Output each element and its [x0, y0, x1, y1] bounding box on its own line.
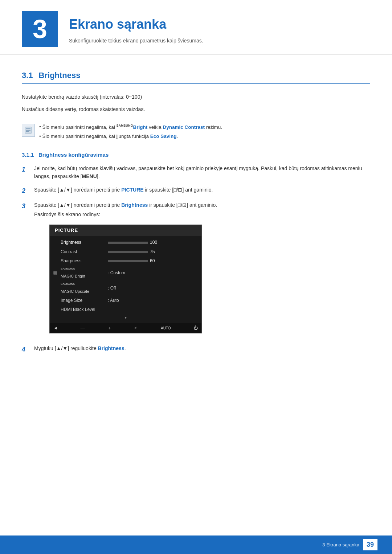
osd-image-size-label: Image Size	[61, 297, 108, 304]
subsection-heading: 3.1.1 Brightness konfigūravimas	[22, 151, 370, 159]
osd-image-size-value: : Auto	[108, 297, 196, 304]
osd-footer: ◄ — ＋ ↵ AUTO ⏻	[50, 323, 201, 333]
page-header: 3 Ekrano sąranka Sukonfigūruokite tokius…	[0, 0, 392, 55]
osd-row-image-size: Image Size : Auto	[50, 296, 201, 305]
page-footer: 3 Ekrano sąranka 39	[0, 535, 392, 554]
osd-sharpness-value: 60	[108, 258, 196, 264]
step-text-2: Spauskite [▲/▼] norėdami pereiti prie PI…	[34, 186, 213, 194]
step-num-3: 3	[22, 201, 29, 211]
step-text-4: Mygtuku [▲/▼] reguliuokite Brightness.	[34, 344, 126, 352]
osd-magic-bright-label: SAMSUNGMAGIC Bright	[61, 267, 108, 280]
note-lines: Šio meniu pasirinkti negalima, kai SAMSU…	[39, 123, 222, 140]
footer-page-number: 39	[363, 539, 377, 550]
osd-contrast-label: Contrast	[61, 249, 108, 255]
step-3: 3 Spauskite [▲/▼] norėdami pereiti prie …	[22, 201, 370, 339]
subsection-number: 3.1.1	[22, 152, 34, 158]
osd-sharpness-label: Sharpness	[61, 258, 108, 264]
subsection-title: Brightness konfigūravimas	[38, 152, 109, 158]
step-num-2: 2	[22, 186, 29, 196]
step-4: 4 Mygtuku [▲/▼] reguliuokite Brightness.	[22, 344, 370, 354]
osd-monitor-icon: ▦	[53, 269, 57, 277]
osd-brightness-value: 100	[108, 239, 196, 246]
osd-contrast-value: 75	[108, 249, 196, 255]
chapter-title: Ekrano sąranka	[69, 15, 203, 34]
chapter-number-box: 3	[22, 11, 58, 47]
osd-magic-upscale-label: SAMSUNGMAGIC Upscale	[61, 282, 108, 295]
step-text-3: Spauskite [▲/▼] norėdami pereiti prie Br…	[34, 201, 217, 339]
osd-magic-upscale-value: : Off	[108, 285, 196, 292]
note-line-2: Šio meniu pasirinkti negalima, kai įjung…	[39, 132, 222, 140]
osd-brightness-label: Brightness	[61, 239, 108, 246]
note-icon	[22, 124, 35, 137]
osd-btn-auto: AUTO	[161, 325, 171, 331]
osd-row-magic-bright: ▦ SAMSUNGMAGIC Bright : Custom	[50, 266, 201, 281]
osd-hdmi-black-label: HDMI Black Level	[61, 306, 108, 313]
step-1: 1 Jei norite, kad būtų rodomas klavišų v…	[22, 164, 370, 181]
osd-btn-left: ◄	[53, 325, 58, 332]
osd-row-magic-upscale: SAMSUNGMAGIC Upscale : Off	[50, 281, 201, 296]
osd-row-brightness: Brightness 100	[50, 238, 201, 247]
osd-body: Brightness 100 Contrast	[50, 236, 201, 323]
step-text-1: Jei norite, kad būtų rodomas klavišų vad…	[34, 164, 370, 181]
osd-title: PICTURE	[50, 225, 201, 236]
section-number: 3.1	[22, 69, 33, 81]
section-heading: 3.1 Brightness	[22, 69, 370, 84]
osd-btn-plus: ＋	[107, 325, 112, 332]
osd-row-hdmi-black: HDMI Black Level	[50, 305, 201, 314]
osd-btn-power: ⏻	[193, 325, 198, 332]
step-num-4: 4	[22, 345, 29, 354]
note-line-1: Šio meniu pasirinkti negalima, kai SAMSU…	[39, 123, 222, 131]
header-text: Ekrano sąranka Sukonfigūruokite tokius e…	[69, 11, 203, 45]
osd-btn-enter: ↵	[134, 325, 138, 332]
osd-row-contrast: Contrast 75	[50, 247, 201, 257]
section-title: Brightness	[39, 69, 81, 81]
osd-magic-bright-value: : Custom	[108, 270, 196, 276]
chapter-subtitle: Sukonfigūruokite tokius ekrano parametru…	[69, 37, 203, 45]
step-2: 2 Spauskite [▲/▼] norėdami pereiti prie …	[22, 186, 370, 196]
main-content: 3.1 Brightness Nustatykite bendrą vaizdo…	[0, 58, 392, 389]
osd-btn-minus: —	[80, 325, 85, 332]
section-para1: Nustatykite bendrą vaizdo skaisčtį (inte…	[22, 93, 370, 101]
section-para2: Nustačius didesnę vertę, rodomas skaiste…	[22, 105, 370, 113]
note-box: Šio meniu pasirinkti negalima, kai SAMSU…	[22, 119, 370, 144]
chapter-number: 3	[33, 9, 47, 49]
osd-menu: PICTURE Brightness 100	[49, 225, 202, 334]
osd-row-sharpness: Sharpness 60	[50, 257, 201, 266]
footer-chapter-text: 3 Ekrano sąranka	[322, 541, 359, 549]
steps-list: 1 Jei norite, kad būtų rodomas klavišų v…	[22, 164, 370, 354]
step-num-1: 1	[22, 165, 29, 175]
